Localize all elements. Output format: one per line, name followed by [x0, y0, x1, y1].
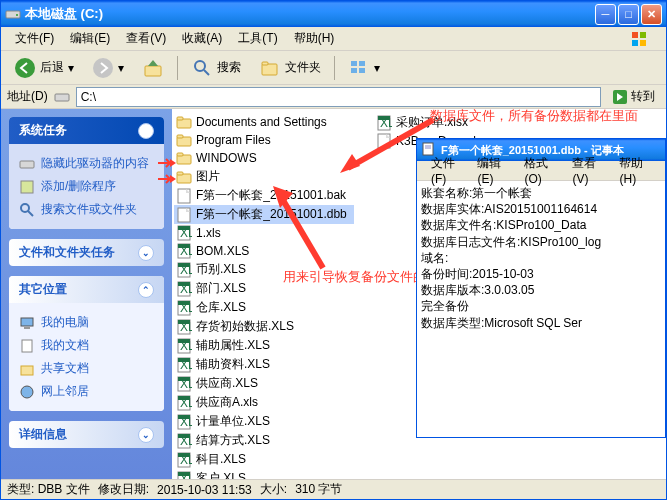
- svg-rect-25: [22, 340, 32, 352]
- panel-header-system[interactable]: 系统任务 ⌃: [9, 117, 164, 144]
- menu-favorites[interactable]: 收藏(A): [174, 27, 230, 50]
- file-icon: [176, 207, 192, 223]
- back-icon: [14, 57, 36, 79]
- file-item[interactable]: F第一个帐套_20151001.bak: [174, 186, 354, 205]
- svg-text:XL: XL: [180, 301, 192, 315]
- notepad-menu-file[interactable]: 文件(F): [423, 152, 469, 189]
- file-name: 客户.XLS: [196, 470, 246, 479]
- search-button[interactable]: 搜索: [184, 53, 248, 83]
- network-icon: [19, 384, 35, 400]
- file-item[interactable]: XL存货初始数据.XLS: [174, 317, 354, 336]
- svg-point-27: [21, 386, 33, 398]
- computer-icon: [19, 315, 35, 331]
- task-search-files[interactable]: 搜索文件或文件夹: [19, 198, 154, 221]
- svg-text:XL: XL: [180, 339, 192, 353]
- notepad-line: 数据库实体:AIS20151001164614: [421, 201, 661, 217]
- notepad-menu-format[interactable]: 格式(O): [516, 152, 564, 189]
- notepad-window[interactable]: F第一个帐套_20151001.dbb - 记事本 文件(F) 编辑(E) 格式…: [416, 138, 666, 438]
- close-button[interactable]: ✕: [641, 4, 662, 25]
- notepad-menu-help[interactable]: 帮助(H): [611, 152, 659, 189]
- file-item[interactable]: XLBOM.XLS: [174, 242, 354, 260]
- back-button[interactable]: 后退 ▾: [7, 53, 81, 83]
- file-icon: XL: [176, 319, 192, 335]
- file-item[interactable]: Documents and Settings: [174, 113, 354, 131]
- file-name: 科目.XLS: [196, 451, 246, 468]
- svg-rect-4: [632, 40, 638, 46]
- go-button[interactable]: 转到: [607, 86, 660, 107]
- file-item[interactable]: XL客户.XLS: [174, 469, 354, 479]
- status-modified-label: 修改日期:: [98, 481, 149, 498]
- file-item[interactable]: XL部门.XLS: [174, 279, 354, 298]
- task-add-remove[interactable]: 添加/删除程序: [19, 175, 154, 198]
- file-name: 部门.XLS: [196, 280, 246, 297]
- file-item[interactable]: XL辅助属性.XLS: [174, 336, 354, 355]
- file-name: 币别.XLS: [196, 261, 246, 278]
- address-input[interactable]: [76, 87, 601, 107]
- menubar: 文件(F) 编辑(E) 查看(V) 收藏(A) 工具(T) 帮助(H): [1, 27, 666, 51]
- file-name: BOM.XLS: [196, 244, 249, 258]
- file-item[interactable]: Program Files: [174, 131, 354, 149]
- file-item[interactable]: XL1.xls: [174, 224, 354, 242]
- place-shared-docs[interactable]: 共享文档: [19, 357, 154, 380]
- drive-icon: [5, 6, 21, 22]
- panel-header-other[interactable]: 其它位置 ⌃: [9, 276, 164, 303]
- file-item[interactable]: XL仓库.XLS: [174, 298, 354, 317]
- task-hide-contents[interactable]: 隐藏此驱动器的内容: [19, 152, 154, 175]
- notepad-menu-view[interactable]: 查看(V): [564, 152, 611, 189]
- file-icon: XL: [176, 225, 192, 241]
- panel-file-tasks: 文件和文件夹任务 ⌄: [9, 239, 164, 266]
- dropdown-icon: ▾: [118, 61, 124, 75]
- notepad-line: 数据库类型:Microsoft SQL Ser: [421, 315, 661, 331]
- svg-rect-5: [640, 40, 646, 46]
- panel-header-details[interactable]: 详细信息 ⌄: [9, 421, 164, 448]
- svg-text:XL: XL: [180, 377, 192, 391]
- file-item[interactable]: XL采购订单.xlsx: [374, 113, 554, 132]
- file-icon: XL: [176, 376, 192, 392]
- file-name: 采购订单.xlsx: [396, 114, 468, 131]
- svg-point-9: [195, 61, 205, 71]
- menu-file[interactable]: 文件(F): [7, 27, 62, 50]
- file-column-1: Documents and SettingsProgram FilesWINDO…: [174, 113, 354, 479]
- forward-button[interactable]: ▾: [85, 53, 131, 83]
- file-name: 辅助资料.XLS: [196, 356, 270, 373]
- file-item[interactable]: XL科目.XLS: [174, 450, 354, 469]
- menu-help[interactable]: 帮助(H): [286, 27, 343, 50]
- red-pointer-icon: [158, 158, 176, 168]
- place-my-documents[interactable]: 我的文档: [19, 334, 154, 357]
- dropdown-icon: ▾: [374, 61, 380, 75]
- folders-icon: [259, 57, 281, 79]
- svg-rect-14: [359, 61, 365, 66]
- file-icon: XL: [176, 433, 192, 449]
- notepad-menu-edit[interactable]: 编辑(E): [469, 152, 516, 189]
- menu-edit[interactable]: 编辑(E): [62, 27, 118, 50]
- minimize-button[interactable]: ─: [595, 4, 616, 25]
- up-button[interactable]: [135, 53, 171, 83]
- menu-tools[interactable]: 工具(T): [230, 27, 285, 50]
- programs-icon: [19, 179, 35, 195]
- file-item[interactable]: WINDOWS: [174, 149, 354, 167]
- file-item[interactable]: XL供应商.XLS: [174, 374, 354, 393]
- menu-view[interactable]: 查看(V): [118, 27, 174, 50]
- statusbar: 类型: DBB 文件 修改日期: 2015-10-03 11:53 大小: 31…: [1, 479, 666, 499]
- notepad-text-area[interactable]: 账套名称:第一个帐套数据库实体:AIS20151001164614数据库文件名:…: [417, 181, 665, 437]
- dropdown-icon: ▾: [68, 61, 74, 75]
- panel-header-file-tasks[interactable]: 文件和文件夹任务 ⌄: [9, 239, 164, 266]
- views-button[interactable]: ▾: [341, 53, 387, 83]
- go-label: 转到: [631, 88, 655, 105]
- titlebar[interactable]: 本地磁盘 (C:) ─ □ ✕: [1, 1, 666, 27]
- maximize-button[interactable]: □: [618, 4, 639, 25]
- svg-rect-26: [21, 366, 33, 375]
- file-item[interactable]: 图片: [174, 167, 354, 186]
- svg-rect-17: [55, 94, 69, 101]
- file-item[interactable]: XL结算方式.XLS: [174, 431, 354, 450]
- drive-icon: [54, 89, 70, 105]
- file-item[interactable]: F第一个帐套_20151001.dbb: [174, 205, 354, 224]
- notepad-line: 域名:: [421, 250, 661, 266]
- place-network[interactable]: 网上邻居: [19, 380, 154, 403]
- file-item[interactable]: XL币别.XLS: [174, 260, 354, 279]
- folders-button[interactable]: 文件夹: [252, 53, 328, 83]
- place-my-computer[interactable]: 我的电脑: [19, 311, 154, 334]
- file-item[interactable]: XL供应商A.xls: [174, 393, 354, 412]
- file-item[interactable]: XL辅助资料.XLS: [174, 355, 354, 374]
- file-item[interactable]: XL计量单位.XLS: [174, 412, 354, 431]
